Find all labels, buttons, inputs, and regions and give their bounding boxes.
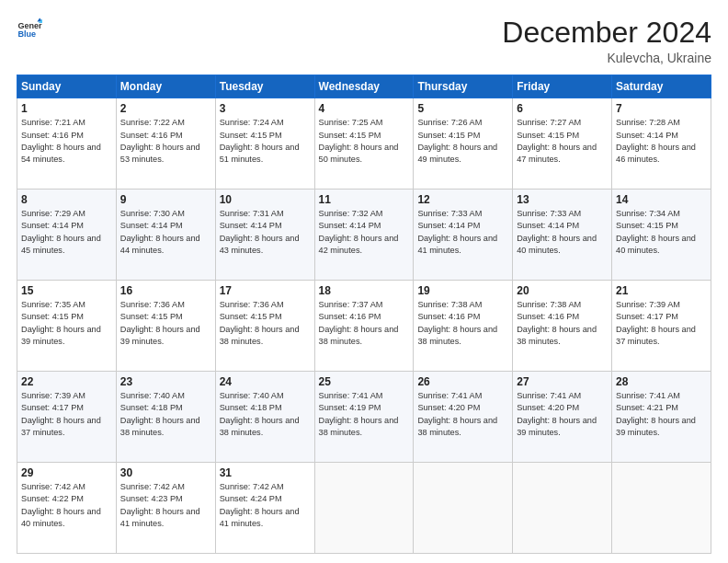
calendar-cell: 6 Sunrise: 7:27 AM Sunset: 4:15 PM Dayli…	[513, 98, 612, 190]
day-info: Sunrise: 7:41 AM Sunset: 4:19 PM Dayligh…	[319, 390, 410, 439]
calendar-header-sunday: Sunday	[17, 75, 117, 98]
day-info: Sunrise: 7:26 AM Sunset: 4:15 PM Dayligh…	[417, 117, 508, 166]
day-info: Sunrise: 7:41 AM Sunset: 4:21 PM Dayligh…	[616, 390, 707, 439]
calendar-table: SundayMondayTuesdayWednesdayThursdayFrid…	[17, 75, 711, 554]
day-number: 26	[417, 375, 508, 388]
calendar-cell	[414, 463, 513, 554]
day-info: Sunrise: 7:33 AM Sunset: 4:14 PM Dayligh…	[517, 208, 608, 257]
day-info: Sunrise: 7:38 AM Sunset: 4:16 PM Dayligh…	[417, 299, 508, 348]
calendar-cell: 24 Sunrise: 7:40 AM Sunset: 4:18 PM Dayl…	[215, 372, 314, 463]
day-info: Sunrise: 7:28 AM Sunset: 4:14 PM Dayligh…	[616, 117, 707, 166]
calendar-cell: 14 Sunrise: 7:34 AM Sunset: 4:15 PM Dayl…	[612, 190, 711, 281]
day-number: 30	[120, 466, 211, 479]
calendar-cell	[314, 463, 414, 554]
day-info: Sunrise: 7:27 AM Sunset: 4:15 PM Dayligh…	[517, 117, 608, 166]
calendar-cell: 5 Sunrise: 7:26 AM Sunset: 4:15 PM Dayli…	[414, 98, 513, 190]
day-info: Sunrise: 7:42 AM Sunset: 4:24 PM Dayligh…	[220, 481, 311, 530]
day-number: 14	[616, 193, 707, 206]
calendar-week-row: 29 Sunrise: 7:42 AM Sunset: 4:22 PM Dayl…	[17, 463, 711, 554]
day-number: 25	[319, 375, 410, 388]
day-number: 18	[319, 284, 410, 297]
day-info: Sunrise: 7:34 AM Sunset: 4:15 PM Dayligh…	[616, 208, 707, 257]
calendar-header-monday: Monday	[116, 75, 215, 98]
calendar-cell: 15 Sunrise: 7:35 AM Sunset: 4:15 PM Dayl…	[17, 281, 117, 372]
day-number: 24	[220, 375, 311, 388]
calendar-cell: 4 Sunrise: 7:25 AM Sunset: 4:15 PM Dayli…	[314, 98, 414, 190]
day-info: Sunrise: 7:38 AM Sunset: 4:16 PM Dayligh…	[517, 299, 608, 348]
calendar-week-row: 1 Sunrise: 7:21 AM Sunset: 4:16 PM Dayli…	[17, 98, 711, 190]
day-info: Sunrise: 7:40 AM Sunset: 4:18 PM Dayligh…	[120, 390, 211, 439]
calendar-cell: 21 Sunrise: 7:39 AM Sunset: 4:17 PM Dayl…	[612, 281, 711, 372]
page: General Blue December 2024 Kulevcha, Ukr…	[0, 0, 728, 563]
day-number: 1	[21, 102, 112, 115]
calendar-cell	[513, 463, 612, 554]
day-number: 10	[220, 193, 311, 206]
calendar-header-thursday: Thursday	[414, 75, 513, 98]
calendar-cell: 27 Sunrise: 7:41 AM Sunset: 4:20 PM Dayl…	[513, 372, 612, 463]
day-info: Sunrise: 7:41 AM Sunset: 4:20 PM Dayligh…	[517, 390, 608, 439]
day-info: Sunrise: 7:35 AM Sunset: 4:15 PM Dayligh…	[21, 299, 112, 348]
calendar-cell: 20 Sunrise: 7:38 AM Sunset: 4:16 PM Dayl…	[513, 281, 612, 372]
day-info: Sunrise: 7:33 AM Sunset: 4:14 PM Dayligh…	[417, 208, 508, 257]
calendar-cell: 2 Sunrise: 7:22 AM Sunset: 4:16 PM Dayli…	[116, 98, 215, 190]
day-info: Sunrise: 7:40 AM Sunset: 4:18 PM Dayligh…	[220, 390, 311, 439]
day-info: Sunrise: 7:25 AM Sunset: 4:15 PM Dayligh…	[319, 117, 410, 166]
day-info: Sunrise: 7:29 AM Sunset: 4:14 PM Dayligh…	[21, 208, 112, 257]
calendar-cell: 22 Sunrise: 7:39 AM Sunset: 4:17 PM Dayl…	[17, 372, 117, 463]
day-info: Sunrise: 7:37 AM Sunset: 4:16 PM Dayligh…	[319, 299, 410, 348]
day-number: 29	[21, 466, 112, 479]
day-number: 31	[220, 466, 311, 479]
calendar-cell: 26 Sunrise: 7:41 AM Sunset: 4:20 PM Dayl…	[414, 372, 513, 463]
header: General Blue December 2024 Kulevcha, Ukr…	[17, 17, 711, 65]
day-info: Sunrise: 7:21 AM Sunset: 4:16 PM Dayligh…	[21, 117, 112, 166]
day-number: 23	[120, 375, 211, 388]
day-number: 15	[21, 284, 112, 297]
day-number: 17	[220, 284, 311, 297]
day-info: Sunrise: 7:36 AM Sunset: 4:15 PM Dayligh…	[120, 299, 211, 348]
calendar-header-friday: Friday	[513, 75, 612, 98]
calendar-cell: 13 Sunrise: 7:33 AM Sunset: 4:14 PM Dayl…	[513, 190, 612, 281]
calendar-cell: 30 Sunrise: 7:42 AM Sunset: 4:23 PM Dayl…	[116, 463, 215, 554]
day-number: 3	[220, 102, 311, 115]
calendar-cell: 16 Sunrise: 7:36 AM Sunset: 4:15 PM Dayl…	[116, 281, 215, 372]
day-number: 16	[120, 284, 211, 297]
day-info: Sunrise: 7:22 AM Sunset: 4:16 PM Dayligh…	[120, 117, 211, 166]
calendar-cell: 11 Sunrise: 7:32 AM Sunset: 4:14 PM Dayl…	[314, 190, 414, 281]
day-number: 12	[417, 193, 508, 206]
day-number: 4	[319, 102, 410, 115]
day-info: Sunrise: 7:42 AM Sunset: 4:22 PM Dayligh…	[21, 481, 112, 530]
day-number: 8	[21, 193, 112, 206]
day-number: 5	[417, 102, 508, 115]
day-info: Sunrise: 7:36 AM Sunset: 4:15 PM Dayligh…	[220, 299, 311, 348]
calendar-header-saturday: Saturday	[612, 75, 711, 98]
day-number: 2	[120, 102, 211, 115]
day-info: Sunrise: 7:41 AM Sunset: 4:20 PM Dayligh…	[417, 390, 508, 439]
day-number: 7	[616, 102, 707, 115]
calendar-cell	[612, 463, 711, 554]
day-info: Sunrise: 7:24 AM Sunset: 4:15 PM Dayligh…	[220, 117, 311, 166]
calendar-header-row: SundayMondayTuesdayWednesdayThursdayFrid…	[17, 75, 711, 98]
day-number: 19	[417, 284, 508, 297]
calendar-week-row: 8 Sunrise: 7:29 AM Sunset: 4:14 PM Dayli…	[17, 190, 711, 281]
day-number: 28	[616, 375, 707, 388]
day-info: Sunrise: 7:42 AM Sunset: 4:23 PM Dayligh…	[120, 481, 211, 530]
calendar-cell: 29 Sunrise: 7:42 AM Sunset: 4:22 PM Dayl…	[17, 463, 117, 554]
calendar-week-row: 22 Sunrise: 7:39 AM Sunset: 4:17 PM Dayl…	[17, 372, 711, 463]
day-number: 27	[517, 375, 608, 388]
day-info: Sunrise: 7:30 AM Sunset: 4:14 PM Dayligh…	[120, 208, 211, 257]
day-info: Sunrise: 7:31 AM Sunset: 4:14 PM Dayligh…	[220, 208, 311, 257]
day-number: 21	[616, 284, 707, 297]
calendar-cell: 28 Sunrise: 7:41 AM Sunset: 4:21 PM Dayl…	[612, 372, 711, 463]
day-info: Sunrise: 7:32 AM Sunset: 4:14 PM Dayligh…	[319, 208, 410, 257]
calendar-cell: 18 Sunrise: 7:37 AM Sunset: 4:16 PM Dayl…	[314, 281, 414, 372]
month-title: December 2024	[502, 17, 711, 49]
calendar-week-row: 15 Sunrise: 7:35 AM Sunset: 4:15 PM Dayl…	[17, 281, 711, 372]
calendar-cell: 9 Sunrise: 7:30 AM Sunset: 4:14 PM Dayli…	[116, 190, 215, 281]
calendar-cell: 12 Sunrise: 7:33 AM Sunset: 4:14 PM Dayl…	[414, 190, 513, 281]
calendar-cell: 23 Sunrise: 7:40 AM Sunset: 4:18 PM Dayl…	[116, 372, 215, 463]
calendar-cell: 3 Sunrise: 7:24 AM Sunset: 4:15 PM Dayli…	[215, 98, 314, 190]
calendar-cell: 17 Sunrise: 7:36 AM Sunset: 4:15 PM Dayl…	[215, 281, 314, 372]
title-block: December 2024 Kulevcha, Ukraine	[502, 17, 711, 65]
day-number: 6	[517, 102, 608, 115]
calendar-cell: 1 Sunrise: 7:21 AM Sunset: 4:16 PM Dayli…	[17, 98, 117, 190]
